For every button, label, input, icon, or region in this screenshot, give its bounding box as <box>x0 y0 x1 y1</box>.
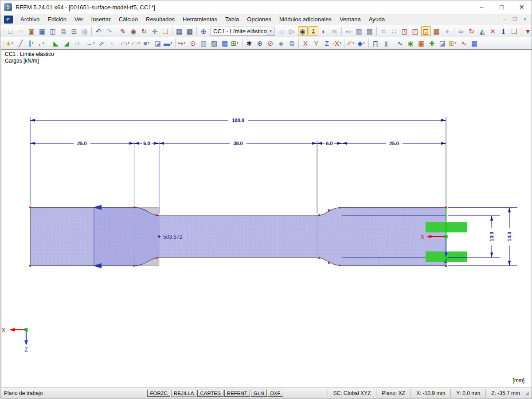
menu-calculo[interactable]: Cálculo <box>115 14 142 25</box>
dropdown-caret-icon[interactable]: ▾ <box>32 41 35 45</box>
dropdown-caret-icon[interactable]: ▾ <box>93 41 96 45</box>
menu-modulos-adicionales[interactable]: Módulos adicionales <box>275 14 336 25</box>
solid-results-button[interactable]: ▣ <box>416 38 426 48</box>
dimension-button[interactable]: ↔▾ <box>86 38 96 48</box>
dropdown-caret-icon[interactable]: ▾ <box>184 41 187 45</box>
mesh-generate-button[interactable]: ⊞▾ <box>231 38 240 48</box>
menu-archivo[interactable]: Archivo <box>16 14 43 25</box>
maximize-button[interactable]: □ <box>492 0 512 14</box>
result-table-button[interactable]: ▦ <box>469 38 479 48</box>
status-toggle-cartes[interactable]: CARTES <box>197 390 223 397</box>
member-results-button[interactable]: ∿ <box>395 38 405 48</box>
status-toggle-refent[interactable]: REFENT <box>224 390 250 397</box>
info-button[interactable]: ℹ <box>499 26 509 36</box>
menu-ayuda[interactable]: Ayuda <box>365 14 389 25</box>
generate-button[interactable]: ↪▾ <box>177 38 187 48</box>
frame-panel-2-button[interactable]: ▩ <box>365 26 375 36</box>
mdi-restore-button[interactable]: ❐ <box>512 16 517 22</box>
insert-node-button[interactable]: ⊙ <box>188 38 198 48</box>
open-model-button[interactable]: ▣ <box>27 26 36 36</box>
grid-button[interactable]: ∷ <box>389 26 399 36</box>
menu-edicion[interactable]: Edición <box>43 14 70 25</box>
dropdown-caret-icon[interactable]: ▾ <box>12 41 15 45</box>
mouse-functions-button[interactable]: ▮ <box>381 38 391 48</box>
print-preview-button[interactable]: ◎ <box>80 26 90 36</box>
table-list-button[interactable]: ▤ <box>174 26 184 36</box>
copy-view-button[interactable]: ⧉ <box>287 38 297 48</box>
display-properties-button[interactable]: ✐▾ <box>346 38 356 48</box>
status-toggle-dxf[interactable]: DXF <box>268 390 283 397</box>
guide-lines-button[interactable]: ▫ <box>107 38 117 48</box>
new-window-button[interactable]: ❏ <box>160 26 170 36</box>
default-view-button[interactable]: ▼ <box>523 26 532 36</box>
status-toggle-forzc[interactable]: FORZC <box>147 390 170 397</box>
menu-ventana[interactable]: Ventana <box>336 14 365 25</box>
dropdown-caret-icon[interactable]: ▾ <box>171 41 173 45</box>
dropdown-caret-icon[interactable]: ▾ <box>138 41 141 45</box>
open-project-button[interactable]: ▱ <box>16 26 26 36</box>
mdi-minimize-button[interactable]: – <box>504 16 506 22</box>
new-solid-button[interactable]: ■▾ <box>142 38 152 48</box>
edit-values-button[interactable]: ✛ <box>150 26 160 36</box>
delete-button[interactable]: ✕ <box>488 26 498 36</box>
new-document-button[interactable]: □ <box>5 26 15 36</box>
load-case-combobox[interactable]: CC1 - Límite elástico ▼ <box>211 27 274 36</box>
redo-button[interactable]: ↷ <box>104 26 114 36</box>
surface-support-button[interactable]: ▱ <box>72 38 82 48</box>
combobox-dropdown-icon[interactable]: ▼ <box>267 27 274 36</box>
smooth-results-button[interactable]: ◪ <box>438 38 447 48</box>
regenerate-button[interactable]: ↻ <box>139 26 149 36</box>
view-z-button[interactable]: Z <box>322 38 332 48</box>
dropdown-caret-icon[interactable]: ▾ <box>148 41 151 45</box>
connect-members-button[interactable]: ∾ <box>344 26 353 36</box>
model-canvas[interactable]: CC1 : Límite elástico Cargas [kN/m] [mm] <box>0 49 532 387</box>
menu-resultados[interactable]: Resultados <box>142 14 179 25</box>
deformation-button[interactable]: ✚ <box>427 38 437 48</box>
frame-panel-button[interactable]: ▥ <box>354 26 364 36</box>
new-node-button[interactable]: ∗▾ <box>5 38 15 48</box>
dropdown-caret-icon[interactable]: ▾ <box>237 41 240 45</box>
view-x-button[interactable]: X <box>301 38 310 48</box>
mdi-close-button[interactable]: ✕ <box>523 16 527 22</box>
save-model-button[interactable]: ▣ <box>37 26 47 36</box>
mirror-button[interactable]: ◭ <box>477 26 487 36</box>
view-y-button[interactable]: Y <box>311 38 321 48</box>
nodal-support-button[interactable]: ◣ <box>51 38 61 48</box>
menu-tabla[interactable]: Tabla <box>221 14 243 25</box>
new-block-button[interactable]: ◪ <box>153 38 163 48</box>
refine-mesh-button[interactable]: ▧ <box>199 38 208 48</box>
refine-mesh-2-button[interactable]: ▨ <box>209 38 219 48</box>
show-load-values-toggle[interactable]: ↧ <box>309 26 318 36</box>
result-diagram-button[interactable]: ∿ <box>459 38 469 48</box>
show-loads-toggle[interactable]: ◉ <box>298 26 308 36</box>
dropdown-caret-icon[interactable]: ▾ <box>340 41 342 45</box>
measure-button[interactable]: ∏ <box>371 38 380 48</box>
menu-insertar[interactable]: Insertar <box>87 14 115 25</box>
print-button[interactable]: ⊟ <box>69 26 79 36</box>
show-results-button[interactable]: ◐ <box>319 26 329 36</box>
previous-load-case-button[interactable]: ◁ <box>277 26 286 36</box>
new-line-button[interactable]: ╱ <box>16 38 26 48</box>
table-grid-button[interactable]: ▦ <box>185 26 195 36</box>
edit-loads-button[interactable]: ✎ <box>118 26 128 36</box>
work-plane-xy-button[interactable]: ◳ <box>400 26 410 36</box>
resize-grip[interactable]: ◢ <box>525 391 532 395</box>
new-surface-button[interactable]: ▭▾ <box>121 38 131 48</box>
show-result-values-button[interactable]: ≋ <box>330 26 340 36</box>
select-plane-button[interactable]: ⌖ <box>442 26 452 36</box>
dropdown-caret-icon[interactable]: ▾ <box>454 41 458 45</box>
fe-mesh-button[interactable]: ▦ <box>432 26 442 36</box>
zoom-out-button[interactable]: ⊘ <box>266 38 275 48</box>
menu-opciones[interactable]: Opciones <box>243 14 275 25</box>
surface-results-button[interactable]: ◉ <box>406 38 415 48</box>
work-plane-xz-toggle[interactable]: ◲ <box>421 26 431 36</box>
status-toggle-rejilla[interactable]: REJILLA <box>171 390 196 397</box>
zoom-in-button[interactable]: ⊕ <box>255 38 265 48</box>
work-plane-yz-button[interactable]: ◰ <box>411 26 420 36</box>
show-objects-button[interactable]: ◉ <box>129 26 138 36</box>
isometric-view-button[interactable]: ◈ <box>276 38 286 48</box>
save-button[interactable]: ◫ <box>48 26 58 36</box>
minimize-button[interactable]: – <box>472 0 492 14</box>
snap-button[interactable]: ⌗ <box>379 26 388 36</box>
dropdown-caret-icon[interactable]: ▾ <box>128 41 131 45</box>
